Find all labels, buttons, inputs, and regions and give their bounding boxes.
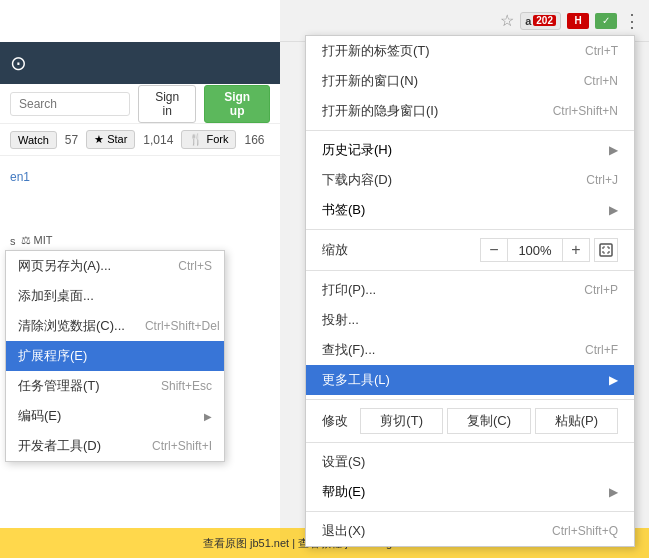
- print-label: 打印(P)...: [322, 281, 376, 299]
- zoom-minus-button[interactable]: −: [480, 238, 508, 262]
- taskmanager-shortcut: Shift+Esc: [161, 379, 212, 393]
- new-window-shortcut: Ctrl+N: [584, 74, 618, 88]
- edit-row: 修改 剪切(T) 复制(C) 粘贴(P): [306, 404, 634, 438]
- encoding-label: 编码(E): [18, 407, 61, 425]
- exit-shortcut: Ctrl+Shift+Q: [552, 524, 618, 538]
- separator-3: [306, 270, 634, 271]
- menu-item-devtools[interactable]: 开发者工具(D) Ctrl+Shift+I: [6, 431, 224, 461]
- new-tab-shortcut: Ctrl+T: [585, 44, 618, 58]
- watch-button[interactable]: Watch: [10, 131, 57, 149]
- zoom-row: 缩放 − 100% +: [306, 234, 634, 266]
- menu-item-new-window[interactable]: 打开新的窗口(N) Ctrl+N: [306, 66, 634, 96]
- paste-button[interactable]: 粘贴(P): [535, 408, 618, 434]
- menu-item-find[interactable]: 查找(F)... Ctrl+F: [306, 335, 634, 365]
- help-label: 帮助(E): [322, 483, 365, 501]
- extension-icon2: ✓: [595, 13, 617, 29]
- menu-item-incognito[interactable]: 打开新的隐身窗口(I) Ctrl+Shift+N: [306, 96, 634, 126]
- extensions-label: 扩展程序(E): [18, 347, 87, 365]
- downloads-shortcut: Ctrl+J: [586, 173, 618, 187]
- separator-1: [306, 130, 634, 131]
- search-input[interactable]: [10, 92, 130, 116]
- github-search-area: Sign in Sign up: [0, 84, 280, 124]
- menu-item-taskmanager[interactable]: 任务管理器(T) Shift+Esc: [6, 371, 224, 401]
- find-label: 查找(F)...: [322, 341, 375, 359]
- clear-label: 清除浏览数据(C)...: [18, 317, 125, 335]
- downloads-label: 下载内容(D): [322, 171, 392, 189]
- contrib-line: s ⚖ MIT: [0, 230, 280, 251]
- menu-item-encoding[interactable]: 编码(E) ▶: [6, 401, 224, 431]
- copy-button[interactable]: 复制(C): [447, 408, 530, 434]
- menu-item-new-tab[interactable]: 打开新的标签页(T) Ctrl+T: [306, 36, 634, 66]
- devtools-label: 开发者工具(D): [18, 437, 101, 455]
- menu-item-exit[interactable]: 退出(X) Ctrl+Shift+Q: [306, 516, 634, 546]
- menu-item-settings[interactable]: 设置(S): [306, 447, 634, 477]
- menu-item-bookmarks[interactable]: 书签(B) ▶: [306, 195, 634, 225]
- more-icon[interactable]: ⋮: [623, 10, 641, 32]
- star-icon[interactable]: ☆: [500, 11, 514, 30]
- fork-button[interactable]: 🍴 Fork: [181, 130, 236, 149]
- left-context-menu: 网页另存为(A)... Ctrl+S 添加到桌面... 清除浏览数据(C)...…: [5, 250, 225, 462]
- zoom-plus-button[interactable]: +: [562, 238, 590, 262]
- menu-item-help[interactable]: 帮助(E) ▶: [306, 477, 634, 507]
- adblock-count: 202: [533, 15, 556, 26]
- contrib-text: s: [10, 235, 16, 247]
- encoding-arrow: ▶: [204, 411, 212, 422]
- repo-link[interactable]: en1: [10, 170, 30, 184]
- watch-count: 57: [65, 133, 78, 147]
- github-header: ⊙: [0, 42, 280, 84]
- extension-icon1: H: [567, 13, 589, 29]
- menu-item-print[interactable]: 打印(P)... Ctrl+P: [306, 275, 634, 305]
- adblock-a: a: [525, 15, 531, 27]
- cast-label: 投射...: [322, 311, 359, 329]
- cut-button[interactable]: 剪切(T): [360, 408, 443, 434]
- repo-meta-bar: Watch 57 ★ Star 1,014 🍴 Fork 166: [0, 124, 280, 156]
- menu-item-downloads[interactable]: 下载内容(D) Ctrl+J: [306, 165, 634, 195]
- main-context-menu: 打开新的标签页(T) Ctrl+T 打开新的窗口(N) Ctrl+N 打开新的隐…: [305, 35, 635, 547]
- menu-item-clear[interactable]: 清除浏览数据(C)... Ctrl+Shift+Del: [6, 311, 224, 341]
- save-label: 网页另存为(A)...: [18, 257, 111, 275]
- menu-item-save[interactable]: 网页另存为(A)... Ctrl+S: [6, 251, 224, 281]
- star-count: 1,014: [143, 133, 173, 147]
- help-arrow: ▶: [609, 485, 618, 499]
- desktop-label: 添加到桌面...: [18, 287, 94, 305]
- license-text: ⚖ MIT: [21, 234, 53, 247]
- exit-label: 退出(X): [322, 522, 365, 540]
- edit-label: 修改: [322, 412, 348, 430]
- menu-item-history[interactable]: 历史记录(H) ▶: [306, 135, 634, 165]
- more-tools-label: 更多工具(L): [322, 371, 390, 389]
- history-arrow: ▶: [609, 143, 618, 157]
- print-shortcut: Ctrl+P: [584, 283, 618, 297]
- separator-6: [306, 511, 634, 512]
- settings-label: 设置(S): [322, 453, 365, 471]
- find-shortcut: Ctrl+F: [585, 343, 618, 357]
- menu-item-extensions[interactable]: 扩展程序(E): [6, 341, 224, 371]
- sign-up-button[interactable]: Sign up: [204, 85, 270, 123]
- star-button[interactable]: ★ Star: [86, 130, 135, 149]
- menu-item-more-tools[interactable]: 更多工具(L) ▶: [306, 365, 634, 395]
- separator-5: [306, 442, 634, 443]
- zoom-value: 100%: [508, 238, 562, 262]
- menu-item-cast[interactable]: 投射...: [306, 305, 634, 335]
- github-logo: ⊙: [10, 51, 27, 75]
- svg-rect-0: [600, 244, 612, 256]
- devtools-shortcut: Ctrl+Shift+I: [152, 439, 212, 453]
- incognito-label: 打开新的隐身窗口(I): [322, 102, 438, 120]
- bookmarks-label: 书签(B): [322, 201, 365, 219]
- taskmanager-label: 任务管理器(T): [18, 377, 100, 395]
- fork-count: 166: [244, 133, 264, 147]
- adblock-badge: a 202: [520, 12, 561, 30]
- zoom-fullscreen-button[interactable]: [594, 238, 618, 262]
- new-window-label: 打开新的窗口(N): [322, 72, 418, 90]
- more-tools-arrow: ▶: [609, 373, 618, 387]
- bookmarks-arrow: ▶: [609, 203, 618, 217]
- separator-2: [306, 229, 634, 230]
- save-shortcut: Ctrl+S: [178, 259, 212, 273]
- incognito-shortcut: Ctrl+Shift+N: [553, 104, 618, 118]
- zoom-label: 缩放: [322, 241, 480, 259]
- sign-in-button[interactable]: Sign in: [138, 85, 196, 123]
- clear-shortcut: Ctrl+Shift+Del: [145, 319, 220, 333]
- history-label: 历史记录(H): [322, 141, 392, 159]
- page-content: en1: [0, 162, 280, 198]
- new-tab-label: 打开新的标签页(T): [322, 42, 430, 60]
- menu-item-desktop[interactable]: 添加到桌面...: [6, 281, 224, 311]
